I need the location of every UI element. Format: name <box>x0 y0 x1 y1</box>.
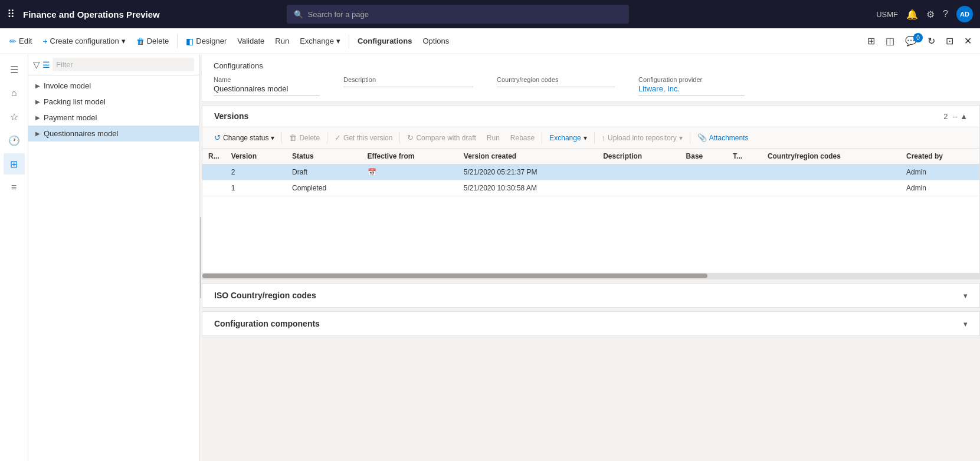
delete-button[interactable]: 🗑 Delete <box>132 33 174 50</box>
exchange-button[interactable]: Exchange ▾ <box>295 33 345 49</box>
validate-button[interactable]: Validate <box>232 33 269 49</box>
open-in-new-icon[interactable]: ◫ <box>882 32 898 50</box>
table-row[interactable]: 2 Draft 📅 5/21/2020 05:21:37 PM <box>202 164 979 180</box>
exchange-dropdown-icon2: ▾ <box>584 134 587 142</box>
cell-created-by: Admin <box>900 180 979 196</box>
tree-item-packing[interactable]: ▶ Packing list model <box>28 94 199 110</box>
resize-handle[interactable] <box>199 54 202 461</box>
vtb-sep-1 <box>281 132 282 144</box>
change-status-button[interactable]: ↺ Change status ▾ <box>209 131 279 144</box>
separator-1 <box>177 34 178 48</box>
notification-icon[interactable]: 🔔 <box>906 9 918 20</box>
designer-button[interactable]: ◧ Designer <box>181 33 231 50</box>
tree-item-label: Packing list model <box>44 97 106 106</box>
collapse-up-icon[interactable]: ▲ <box>960 112 968 121</box>
description-label: Description <box>343 76 473 83</box>
versions-toolbar: ↺ Change status ▾ 🗑 Delete ✓ Get this ve… <box>202 127 979 149</box>
breadcrumb: Configurations <box>214 61 968 70</box>
config-fields: Name Questionnaires model Description Co… <box>214 76 968 96</box>
cell-effective-from <box>362 180 458 196</box>
section-nav: -- ▲ <box>952 112 968 121</box>
search-input[interactable] <box>308 10 622 19</box>
tree-item-label: Invoice model <box>44 81 91 90</box>
tree-item-questionnaires[interactable]: ▶ Questionnaires model <box>28 126 199 141</box>
options-button[interactable]: Options <box>418 33 454 49</box>
separator-2 <box>349 34 349 48</box>
app-title: Finance and Operations Preview <box>23 9 160 19</box>
hamburger-icon[interactable]: ☰ <box>4 59 25 80</box>
calendar-icon[interactable]: 📅 <box>368 168 376 176</box>
personalize-icon[interactable]: ⊞ <box>864 32 879 50</box>
list-format-icon[interactable]: ☰ <box>42 60 50 70</box>
dropdown-arrow-icon: ▾ <box>122 37 126 45</box>
tree-item-invoice[interactable]: ▶ Invoice model <box>28 78 199 94</box>
settings-icon[interactable]: ⚙ <box>926 9 935 20</box>
components-collapse-icon: ▾ <box>963 320 968 328</box>
refresh-icon[interactable]: ↻ <box>924 32 939 50</box>
edit-button[interactable]: ✏ Edit <box>5 33 37 50</box>
provider-value[interactable]: Litware, Inc. <box>638 84 745 96</box>
country-value[interactable] <box>497 84 615 87</box>
cell-row-num <box>202 164 225 180</box>
versions-exchange-button[interactable]: Exchange ▾ <box>545 131 591 144</box>
name-value[interactable]: Questionnaires model <box>214 84 320 96</box>
app-grid-icon[interactable]: ⠿ <box>7 8 15 21</box>
col-status: Status <box>286 149 361 164</box>
filter-input[interactable] <box>53 58 194 71</box>
left-panel-toolbar: ▽ ☰ <box>28 54 199 75</box>
versions-table-head: R... Version Status Effective from Versi… <box>202 149 979 164</box>
cell-country <box>762 180 900 196</box>
change-status-dropdown-icon: ▾ <box>271 134 274 142</box>
close-icon[interactable]: ✕ <box>961 32 975 50</box>
versions-table-container: R... Version Status Effective from Versi… <box>202 149 979 196</box>
tree-item-payment[interactable]: ▶ Payment model <box>28 110 199 126</box>
attachments-button[interactable]: 📎 Attachments <box>693 131 753 144</box>
get-this-version-button[interactable]: ✓ Get this version <box>330 131 397 144</box>
col-country-region: Country/region codes <box>762 149 900 164</box>
nav-separator: -- <box>952 112 958 121</box>
versions-run-button[interactable]: Run <box>482 131 504 144</box>
col-version: Version <box>225 149 286 164</box>
versions-section-header[interactable]: Versions 2 -- ▲ <box>202 106 979 127</box>
compare-with-draft-button[interactable]: ↻ Compare with draft <box>402 131 480 144</box>
components-section-header[interactable]: Configuration components ▾ <box>202 312 979 335</box>
run-button[interactable]: Run <box>270 33 294 49</box>
description-value[interactable] <box>343 84 473 87</box>
cell-version: 2 <box>225 164 286 180</box>
cell-description <box>597 180 680 196</box>
workspace-icon[interactable]: ⊞ <box>4 153 25 174</box>
iso-section-header[interactable]: ISO Country/region codes ▾ <box>202 284 979 307</box>
top-nav: ⠿ Finance and Operations Preview 🔍 USMF … <box>0 0 980 28</box>
main-layout: ☰ ⌂ ☆ 🕐 ⊞ ≡ ▽ ☰ ▶ Invoice model ▶ Packin… <box>0 54 980 461</box>
upload-icon: ↑ <box>602 133 606 142</box>
create-configuration-button[interactable]: + Create configuration ▾ <box>38 33 130 50</box>
config-header: Configurations Name Questionnaires model… <box>202 54 980 101</box>
exchange-label: Exchange <box>549 134 581 142</box>
col-t: T... <box>727 149 762 164</box>
detach-icon[interactable]: ⊡ <box>942 32 957 50</box>
avatar[interactable]: AD <box>956 6 973 22</box>
help-icon[interactable]: ? <box>943 9 948 19</box>
col-row-num: R... <box>202 149 225 164</box>
versions-delete-icon: 🗑 <box>289 133 297 142</box>
search-bar: 🔍 <box>287 5 629 24</box>
vtb-sep-5 <box>594 132 595 144</box>
rebase-button[interactable]: Rebase <box>506 131 539 144</box>
horizontal-scrollbar[interactable] <box>202 273 979 279</box>
iso-collapse-icon: ▾ <box>963 291 968 300</box>
versions-empty-space <box>202 196 979 273</box>
cell-created-by: Admin <box>900 164 979 180</box>
favorites-icon[interactable]: ☆ <box>4 106 25 127</box>
table-row[interactable]: 1 Completed 5/21/2020 10:30:58 AM Admin <box>202 180 979 196</box>
home-icon[interactable]: ⌂ <box>4 83 25 104</box>
filter-icon[interactable]: ▽ <box>33 60 40 70</box>
recent-icon[interactable]: 🕐 <box>4 130 25 151</box>
list-icon[interactable]: ≡ <box>4 177 25 198</box>
components-title: Configuration components <box>214 319 963 328</box>
name-label: Name <box>214 76 320 83</box>
scrollbar-thumb[interactable] <box>202 274 707 278</box>
configurations-button[interactable]: Configurations <box>353 33 417 49</box>
upload-repository-button[interactable]: ↑ Upload into repository ▾ <box>597 131 687 144</box>
cell-country <box>762 164 900 180</box>
versions-delete-button[interactable]: 🗑 Delete <box>284 131 325 144</box>
